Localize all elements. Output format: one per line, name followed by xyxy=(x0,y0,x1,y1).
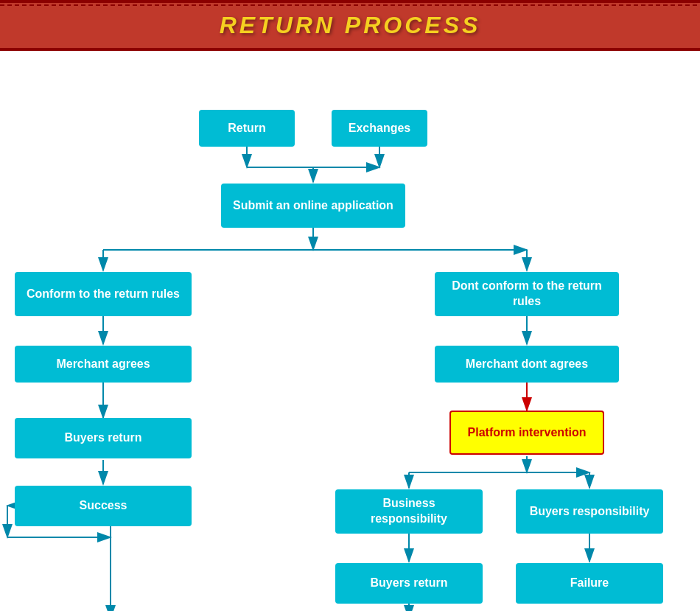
success-box: Success xyxy=(15,486,192,526)
merchant-dont-box: Merchant dont agrees xyxy=(435,346,619,383)
business-resp-box: Business responsibility xyxy=(335,489,483,534)
buyers-return-right-box: Buyers return xyxy=(335,563,483,604)
diagram-area: Return Exchanges Submit an online applic… xyxy=(0,51,700,611)
page-wrapper: RETURN PROCESS xyxy=(0,0,700,611)
merchant-agrees-box: Merchant agrees xyxy=(15,346,192,383)
failure-box: Failure xyxy=(516,563,663,604)
not-conform-box: Dont conform to the return rules xyxy=(435,272,619,316)
conform-box: Conform to the return rules xyxy=(15,272,192,316)
page-title: RETURN PROCESS xyxy=(220,12,481,38)
buyers-return-left-box: Buyers return xyxy=(15,418,192,458)
header: RETURN PROCESS xyxy=(0,0,700,51)
submit-box: Submit an online application xyxy=(221,184,405,228)
platform-box: Platform intervention xyxy=(449,411,604,455)
return-box: Return xyxy=(199,110,295,147)
exchanges-box: Exchanges xyxy=(332,110,427,147)
buyers-resp-box: Buyers responsibility xyxy=(516,489,663,534)
